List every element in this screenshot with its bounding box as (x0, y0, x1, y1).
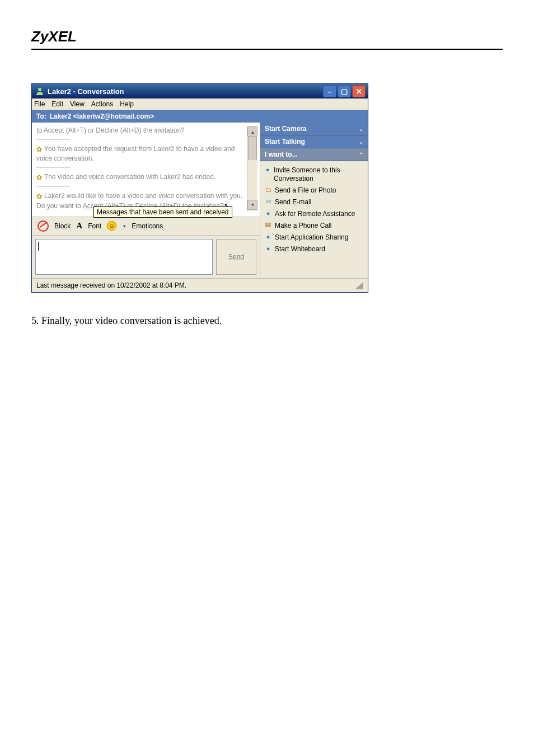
i-want-to-body: ● Invite Someone to this Conversation 🗀 … (260, 161, 368, 261)
chevron-down-icon: ⌄ (359, 139, 363, 145)
close-button[interactable]: ✕ (352, 85, 366, 97)
webcam-icon: ✿ (36, 145, 42, 154)
conversation-area: to Accept (Alt+T) or Decline (Alt+D) the… (32, 123, 260, 217)
to-label: To: (36, 112, 46, 120)
scroll-thumb[interactable] (248, 136, 257, 159)
scrollbar[interactable]: ▴ ▾ (247, 126, 257, 211)
page-brand: ZyXEL (31, 28, 503, 45)
caret (38, 242, 39, 251)
status-text: Last message received on 10/22/2002 at 8… (36, 281, 186, 289)
want-item-remote-assist[interactable]: ● Ask for Remote Assistance (265, 208, 363, 220)
want-item-invite[interactable]: ● Invite Someone to this Conversation (265, 165, 363, 185)
bullet-icon: ● (265, 246, 271, 252)
webcam-request-icon: ✿ (36, 192, 42, 201)
maximize-button[interactable]: ▢ (338, 85, 351, 97)
start-camera-header[interactable]: Start Camera ⌄ (260, 123, 368, 135)
block-icon (38, 220, 49, 232)
conv-line-3-text: The video and voice conversation with La… (44, 173, 216, 181)
separator (36, 139, 70, 140)
send-button[interactable]: Send (216, 239, 256, 275)
window-title: Laker2 - Conversation (48, 87, 323, 96)
menu-view[interactable]: View (70, 100, 85, 108)
minimize-button[interactable]: – (323, 85, 336, 97)
tooltip-callout: Messages that have been sent and receive… (93, 206, 232, 218)
menu-edit[interactable]: Edit (51, 100, 63, 108)
folder-icon: 🗀 (265, 187, 271, 194)
font-icon: A (76, 221, 82, 231)
want-item-app-sharing[interactable]: ● Start Application Sharing (265, 232, 363, 243)
scroll-up-icon[interactable]: ▴ (247, 126, 257, 137)
client-area: to Accept (Alt+T) or Decline (Alt+D) the… (32, 123, 368, 278)
emoticons-button[interactable]: Emoticons (132, 222, 163, 230)
separator (36, 186, 70, 187)
instruction-text: 5. Finally, your video conversation is a… (31, 315, 503, 327)
i-want-to-label: I want to... (265, 151, 298, 158)
want-item-label: Make a Phone Call (275, 222, 331, 230)
to-bar: To: Laker2 <lakertw2@hotmail.com> (32, 110, 368, 123)
send-button-label: Send (228, 253, 244, 261)
menu-actions[interactable]: Actions (91, 100, 113, 108)
want-item-phone[interactable]: ☎ Make a Phone Call (265, 220, 363, 232)
menu-file[interactable]: File (34, 100, 45, 108)
message-input[interactable] (35, 239, 213, 275)
start-talking-label: Start Talking (265, 138, 305, 145)
statusbar: Last message received on 10/22/2002 at 8… (32, 278, 368, 292)
smiley-icon: ☺ (107, 221, 116, 231)
scroll-down-icon[interactable]: ▾ (247, 200, 257, 210)
side-panel: Start Camera ⌄ Start Talking ⌄ I want to… (260, 123, 368, 278)
webcam-end-icon: ✿ (36, 173, 42, 182)
menu-help[interactable]: Help (120, 100, 134, 108)
separator (36, 167, 70, 168)
conv-line-3: ✿The video and voice conversation with L… (36, 172, 245, 182)
block-button[interactable]: Block (54, 222, 71, 230)
scroll-track[interactable] (247, 136, 257, 201)
compose-area: Send (32, 235, 260, 278)
menubar: File Edit View Actions Help (32, 98, 368, 110)
start-camera-label: Start Camera (265, 125, 307, 133)
envelope-icon: ✉ (265, 199, 271, 205)
i-want-to-header[interactable]: I want to... ⌃ (260, 148, 368, 161)
brand-rule (31, 49, 503, 50)
want-item-label: Start Whiteboard (275, 245, 325, 253)
want-item-label: Send E-mail (275, 198, 311, 206)
to-address: Laker2 <lakertw2@hotmail.com> (50, 112, 154, 120)
bullet-icon: ● (265, 210, 271, 217)
conversation-window: Laker2 - Conversation – ▢ ✕ File Edit Vi… (31, 83, 368, 293)
want-item-label: Invite Someone to this Conversation (274, 166, 363, 183)
window-control-buttons: – ▢ ✕ (323, 85, 366, 97)
chevron-down-icon: ⌄ (359, 126, 363, 132)
app-icon (35, 87, 44, 96)
left-pane: to Accept (Alt+T) or Decline (Alt+D) the… (32, 123, 260, 278)
resize-grip-icon[interactable] (355, 281, 363, 289)
want-item-label: Ask for Remote Assistance (275, 210, 355, 218)
phone-icon: ☎ (265, 222, 271, 229)
chevron-down-icon[interactable]: ▾ (123, 223, 126, 229)
font-button[interactable]: Font (88, 222, 101, 230)
want-item-send-file[interactable]: 🗀 Send a File or Photo (265, 185, 363, 196)
bullet-icon: ● (265, 234, 271, 241)
compose-toolbar: Block A Font ☺ ▾ Emoticons (32, 217, 260, 235)
start-talking-header[interactable]: Start Talking ⌄ (260, 135, 368, 148)
titlebar: Laker2 - Conversation – ▢ ✕ (32, 84, 368, 98)
bullet-icon: ● (265, 167, 270, 173)
conv-line-2-text: You have accepted the request from Laker… (36, 145, 235, 162)
chevron-up-icon: ⌃ (359, 152, 363, 158)
want-item-email[interactable]: ✉ Send E-mail (265, 196, 363, 208)
conv-line-2: ✿You have accepted the request from Lake… (36, 144, 245, 163)
svg-point-0 (38, 88, 41, 91)
want-item-label: Start Application Sharing (275, 233, 348, 242)
want-item-whiteboard[interactable]: ● Start Whiteboard (265, 243, 363, 255)
want-item-label: Send a File or Photo (275, 186, 336, 195)
conv-line-1: to Accept (Alt+T) or Decline (Alt+D) the… (36, 126, 245, 135)
conversation-text: to Accept (Alt+T) or Decline (Alt+D) the… (36, 126, 247, 211)
